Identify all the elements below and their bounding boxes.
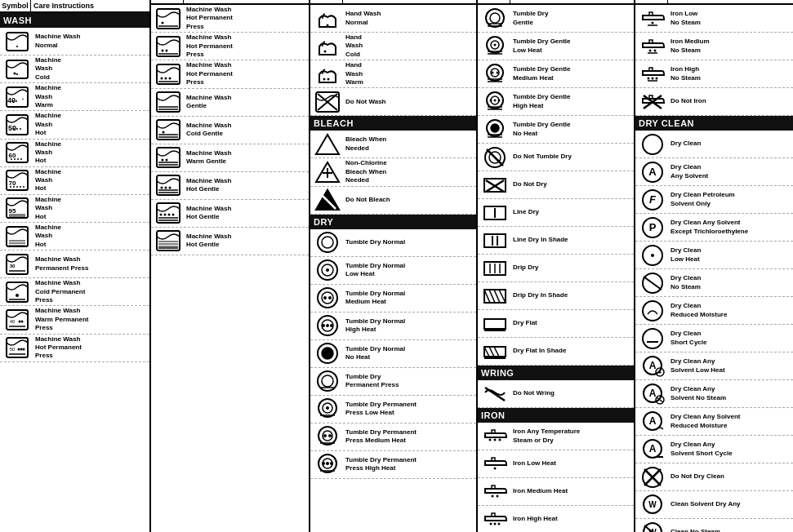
mw-warm-gentle-label: Machine WashWarm Gentle (184, 149, 307, 166)
list-item: Dry Clean (635, 131, 793, 158)
svg-point-116 (323, 296, 327, 299)
list-item: Iron Low Heat (478, 450, 634, 478)
list-item: Hand WashNormal (310, 5, 476, 33)
machine-wash-hot-label: MachineWashHot (33, 112, 148, 137)
list-item: Tumble Dry GentleMedium Heat (478, 60, 634, 88)
list-item: Machine WashHot Gentle (151, 200, 309, 228)
dry-clean-a-nosteam-label: Dry Clean AnySolvent No Steam (668, 385, 791, 402)
machine-wash-warm-perm-icon: 40 (2, 308, 33, 331)
svg-point-49 (18, 348, 20, 351)
tumble-dry-normal-icon (312, 231, 343, 254)
bleach-when-needed-icon (312, 133, 343, 156)
mw-hot-pp2-label: Machine WashHot PermanentPress (184, 33, 307, 59)
svg-point-166 (491, 124, 499, 132)
svg-text:°: ° (22, 98, 25, 104)
machine-wash-hot2-label: MachineWashHot (33, 140, 148, 166)
list-item: Do Not Dry (478, 171, 634, 199)
list-item: Iron MediumNo Steam (635, 33, 793, 60)
do-not-wring-icon (479, 383, 510, 406)
list-item: Iron Medium Heat (478, 478, 634, 506)
list-item: Iron HighNo Steam (635, 60, 793, 88)
mw-cold-gentle-label: Machine WashCold Gentle (184, 122, 307, 139)
list-item: Dry CleanShort Cycle (635, 325, 793, 352)
machine-wash-warm-perm-label: Machine WashWarm PermanentPress (33, 307, 148, 332)
machine-wash-hot3-label: MachineWashHot (33, 168, 148, 193)
list-item: Tumble Dry GentleLow Heat (478, 33, 634, 60)
list-item: Do Not Iron (635, 88, 793, 116)
clean-no-steam-label: Clean No Steam (668, 528, 791, 532)
svg-point-80 (169, 187, 172, 189)
hand-wash-normal-icon (312, 7, 343, 30)
hand-wash-warm-label: HandWashWarm (343, 61, 474, 86)
do-not-wash-label: Do Not Wash (343, 98, 474, 106)
dry-clean-icon (637, 133, 668, 156)
machine-wash-hot5-label: MachineWashHot (33, 224, 148, 249)
list-item: Dry CleanNo Steam (635, 269, 793, 297)
svg-point-160 (490, 99, 492, 101)
hand-wash-normal-label: Hand WashNormal (343, 10, 474, 27)
col2-sym-header (151, 0, 184, 3)
line-dry-icon (479, 202, 510, 224)
svg-point-222 (656, 77, 658, 79)
machine-wash-cold-perm-label: Machine WashCold PermanentPress (33, 279, 148, 304)
list-item: Do Not Dry Clean (635, 463, 793, 491)
svg-point-124 (322, 348, 333, 359)
svg-point-161 (494, 99, 497, 101)
dry-clean-p-icon: P (637, 216, 668, 239)
svg-point-162 (498, 99, 501, 101)
list-item: Dry CleanLow Heat (635, 242, 793, 269)
dry-flat-shade-label: Dry Flat In Shade (510, 347, 632, 355)
iron-any-temp-label: Iron Any TemperatureSteam or Dry (510, 428, 632, 445)
list-item: Machine WashWarm Gentle (151, 144, 309, 172)
machine-wash-perm-icon: 30 (2, 253, 33, 276)
svg-point-121 (326, 324, 329, 327)
mw-hot-gentle3-label: Machine WashHot Gentle (184, 233, 307, 250)
tumble-dry-gentle-icon (479, 7, 510, 30)
machine-wash-hot-perm-label: Machine WashHot PermanentPress (33, 335, 148, 361)
svg-point-244 (659, 370, 662, 373)
machine-wash-cold-label: MachineWashCold (33, 56, 148, 82)
mw-hot-gentle1-icon (153, 174, 184, 197)
hand-wash-cold-label: HandWashCold (343, 33, 474, 59)
dry-clean-a-nosteam-icon: A (637, 383, 668, 406)
tumble-dry-pp-med-label: Tumble Dry PermanentPress Medium Heat (343, 428, 474, 446)
svg-point-24 (13, 186, 15, 188)
list-item: Tumble Dry NormalNo Heat (310, 340, 476, 368)
col1-lbl-header: Care Instructions (31, 0, 149, 11)
dry-flat-shade-icon (479, 340, 510, 363)
svg-point-61 (161, 77, 163, 79)
do-not-dry-clean-icon (637, 466, 668, 489)
column-5: Iron LowNo Steam Iron MediumNo Steam (635, 0, 793, 532)
iron-med-no-steam-label: Iron MediumNo Steam (668, 38, 791, 55)
wring-section-header: Wring (478, 366, 634, 380)
list-item: 40 Machine WashWarm PermanentPress (0, 306, 149, 334)
svg-point-95 (327, 24, 329, 26)
tumble-dry-pp-low-label: Tumble Dry PermanentPress Low Heat (343, 401, 474, 418)
do-not-bleach-label: Do Not Bleach (343, 196, 474, 204)
list-item: Do Not Wash (310, 88, 476, 116)
iron-any-temp-icon (479, 425, 510, 448)
svg-point-120 (322, 324, 325, 327)
svg-point-216 (649, 49, 652, 51)
tumble-dry-medium-label: Tumble Dry NormalMedium Heat (343, 290, 474, 307)
svg-rect-201 (492, 458, 495, 461)
list-item: Bleach WhenNeeded (310, 131, 476, 158)
list-item: Tumble Dry NormalHigh Heat (310, 313, 476, 340)
list-item: Tumble Dry Normal (310, 229, 476, 257)
list-item: Line Dry In Shade (478, 227, 634, 255)
svg-point-96 (324, 50, 327, 52)
svg-rect-215 (649, 40, 653, 43)
machine-wash-normal-label: Machine WashNormal (33, 33, 148, 50)
tumble-dry-pp-label: Tumble DryPermanent Press (343, 373, 474, 390)
mw-hot-pp3-icon (153, 63, 184, 86)
machine-wash-cold-perm-icon (2, 281, 33, 304)
dry-clean-petro-label: Dry Clean PetroleumSolvent Only (668, 191, 791, 208)
drip-dry-shade-icon (479, 285, 510, 308)
tumble-dry-no-heat-icon (312, 342, 343, 365)
machine-wash-hot3-icon: 70 (2, 169, 33, 192)
svg-point-79 (165, 187, 167, 189)
svg-rect-212 (649, 12, 653, 16)
dry-clean-a-reduced-label: Dry Clean Any SolventReduced Moisture (668, 413, 791, 430)
svg-rect-203 (492, 485, 495, 489)
drip-dry-label: Drip Dry (510, 264, 632, 272)
